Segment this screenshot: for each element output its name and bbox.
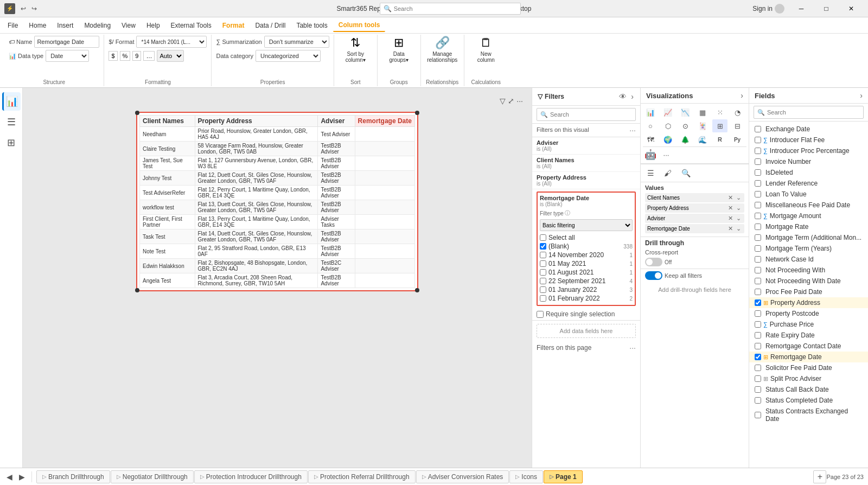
- filters-eye-btn[interactable]: 👁: [618, 91, 628, 102]
- filter-option-checkbox[interactable]: [540, 252, 546, 258]
- field-checkbox[interactable]: [755, 256, 761, 263]
- value-item-x[interactable]: ✕: [727, 194, 734, 201]
- field-checkbox[interactable]: [755, 343, 761, 349]
- filter-item[interactable]: Client Namesis (All): [532, 155, 640, 172]
- filter-item[interactable]: Adviseris (All): [532, 137, 640, 155]
- menu-column-tools[interactable]: Column tools: [333, 19, 386, 32]
- fields-expand-btn[interactable]: ›: [860, 91, 863, 100]
- viz-format-btn[interactable]: 🖌: [660, 167, 676, 180]
- field-item[interactable]: ⊞Split Proc Adviser: [749, 373, 868, 384]
- sidebar-model-btn[interactable]: ⊞: [2, 133, 21, 152]
- viz-icon-py[interactable]: Py: [730, 133, 745, 146]
- field-item[interactable]: ⊞Remortgage Date: [749, 352, 868, 362]
- viz-icon-stacked-bar[interactable]: ▦: [695, 106, 710, 119]
- field-checkbox[interactable]: [755, 354, 761, 360]
- filter-option-checkbox[interactable]: [540, 269, 546, 276]
- field-checkbox[interactable]: [755, 412, 761, 418]
- viz-icon-bar[interactable]: 📊: [643, 106, 658, 119]
- menu-format[interactable]: Format: [217, 20, 250, 31]
- page-tab[interactable]: ▷Page 1: [544, 470, 583, 483]
- viz-icon-map[interactable]: 🗺: [643, 133, 658, 146]
- field-checkbox[interactable]: [755, 245, 761, 252]
- filter-option-checkbox[interactable]: [540, 295, 546, 302]
- summarization-select[interactable]: Don't summarize: [264, 36, 329, 48]
- filters-on-page-more[interactable]: ···: [629, 343, 636, 352]
- field-checkbox[interactable]: [755, 158, 761, 165]
- viz-expand-btn[interactable]: ›: [741, 91, 743, 100]
- value-item-more[interactable]: ⌄: [735, 225, 742, 232]
- add-drill-btn[interactable]: Add drill-through fields here: [645, 284, 744, 295]
- resize-handle-tr[interactable]: [415, 111, 419, 115]
- field-checkbox[interactable]: [755, 126, 761, 132]
- field-item[interactable]: Mortgage Rate: [749, 221, 868, 232]
- viz-analytics-btn[interactable]: 🔍: [677, 167, 695, 180]
- fields-search-box[interactable]: 🔍: [754, 106, 864, 119]
- col-adviser[interactable]: Adviser: [318, 116, 355, 127]
- field-item[interactable]: ∑Introducer Proc Percentage: [749, 145, 868, 156]
- field-item[interactable]: ∑Introducer Flat Fee: [749, 135, 868, 145]
- menu-help[interactable]: Help: [141, 20, 165, 31]
- field-item[interactable]: Lender Reference: [749, 178, 868, 189]
- filters-expand-btn[interactable]: ›: [630, 91, 635, 102]
- viz-icon-area[interactable]: 📉: [678, 106, 693, 119]
- value-item-x[interactable]: ✕: [727, 215, 734, 222]
- col-remortgage-date[interactable]: Remortgage Date: [355, 116, 414, 127]
- value-item-x[interactable]: ✕: [727, 205, 734, 212]
- field-checkbox[interactable]: [755, 375, 761, 382]
- value-item-more[interactable]: ⌄: [735, 215, 742, 222]
- field-checkbox[interactable]: [755, 191, 761, 197]
- field-item[interactable]: Not Proceeding With: [749, 265, 868, 276]
- menu-external-tools[interactable]: External Tools: [165, 20, 217, 31]
- viz-icon-r[interactable]: R: [712, 133, 727, 146]
- viz-icon-funnel[interactable]: ⬡: [660, 119, 675, 132]
- menu-home[interactable]: Home: [23, 20, 52, 31]
- maximize-button[interactable]: □: [814, 0, 839, 17]
- field-item[interactable]: Mortgage Term (Years): [749, 243, 868, 254]
- filter-option-checkbox[interactable]: [540, 286, 546, 293]
- field-item[interactable]: Network Case Id: [749, 254, 868, 265]
- field-item[interactable]: Remortgage Contact Date: [749, 341, 868, 352]
- page-next-btn[interactable]: ▶: [17, 471, 27, 482]
- data-groups-btn[interactable]: Datagroups▾: [389, 51, 409, 63]
- menu-table-tools[interactable]: Table tools: [291, 20, 333, 31]
- field-checkbox[interactable]: [755, 332, 761, 339]
- redo-button[interactable]: ↪: [29, 4, 39, 14]
- viz-icon-line[interactable]: 📈: [660, 106, 675, 119]
- field-item[interactable]: ∑Purchase Price: [749, 319, 868, 330]
- menu-file[interactable]: File: [2, 20, 23, 31]
- auto-select[interactable]: Auto: [157, 50, 184, 62]
- field-checkbox[interactable]: [755, 278, 761, 284]
- field-checkbox[interactable]: [755, 180, 761, 187]
- viz-icon-gauge[interactable]: ⊙: [678, 119, 693, 132]
- field-checkbox[interactable]: [755, 310, 761, 317]
- viz-icon-donut[interactable]: ○: [643, 119, 658, 132]
- filter-option-checkbox[interactable]: [540, 243, 546, 250]
- focus-mode-btn[interactable]: ⤢: [508, 97, 514, 105]
- title-search-input[interactable]: [394, 5, 502, 12]
- sidebar-report-btn[interactable]: 📊: [2, 92, 21, 111]
- viz-icon-scatter[interactable]: ⁙: [712, 106, 727, 119]
- sort-by-column-btn[interactable]: Sort bycolumn▾: [346, 51, 366, 63]
- viz-icon-pie[interactable]: ◔: [730, 106, 745, 119]
- page-tab[interactable]: ▷Protection Introducer Drillthrough: [194, 470, 308, 483]
- page-tab[interactable]: ▷Protection Referral Drillthrough: [308, 470, 416, 483]
- undo-button[interactable]: ↩: [18, 4, 28, 14]
- value-item-x[interactable]: ✕: [727, 225, 734, 232]
- field-item[interactable]: Not Proceeding With Date: [749, 276, 868, 286]
- page-tab[interactable]: ▷Negotiator Drillthrough: [111, 470, 194, 483]
- new-column-btn[interactable]: Newcolumn: [477, 51, 495, 63]
- name-input[interactable]: [34, 36, 99, 48]
- format-select[interactable]: *14 March 2001 (L...: [136, 36, 207, 48]
- field-checkbox[interactable]: [755, 224, 761, 230]
- menu-modeling[interactable]: Modeling: [79, 20, 116, 31]
- field-item[interactable]: Exchange Date: [749, 124, 868, 135]
- viz-fields-btn[interactable]: ☰: [643, 167, 659, 180]
- resize-handle-br[interactable]: [415, 288, 419, 292]
- field-checkbox[interactable]: [755, 267, 761, 273]
- minimize-button[interactable]: ─: [789, 0, 814, 17]
- field-item[interactable]: ∑Mortgage Amount: [749, 210, 868, 221]
- filters-search-input[interactable]: [550, 111, 632, 118]
- menu-insert[interactable]: Insert: [52, 20, 79, 31]
- field-item[interactable]: Loan To Value: [749, 189, 868, 200]
- page-prev-btn[interactable]: ◀: [4, 471, 15, 482]
